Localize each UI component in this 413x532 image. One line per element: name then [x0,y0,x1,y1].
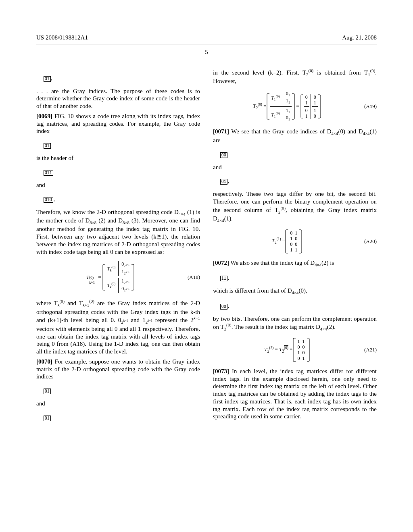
paragraph: [0069] FIG. 10 shows a code tree along w… [36,112,200,135]
page: US 2008/0198812A1 Aug. 21, 2008 5 01, . … [0,0,413,532]
paragraph: respectively. These two tags differ by o… [213,190,377,223]
paragraph: and [36,181,200,189]
header-rule [36,44,377,44]
publication-number: US 2008/0198812A1 [36,34,88,42]
paragraph: . . . are the Gray indices. The purpose … [36,87,200,110]
paragraph: by two bits. Therefore, one can perform … [213,315,377,332]
gray-code-box: 11 [220,276,227,281]
page-header: US 2008/0198812A1 Aug. 21, 2008 [36,34,377,42]
paragraph: is the header of [36,154,200,162]
paragraph: in the second level (k=2). First, T2(0) … [213,68,377,85]
gray-code-box: 00 [220,152,227,158]
equation-label: (A19) [364,103,377,110]
gray-code-box: 01 [220,179,227,185]
paragraph: where Tk(0) and Tk+1(0) are the Gray ind… [36,299,200,355]
equation-label: (A21) [364,347,377,353]
gray-code-box: 01 [44,416,51,421]
paragraph: [0071] We see that the Gray code indices… [213,128,377,144]
paragraph-ref: [0070] [36,358,52,365]
equation-label: (A20) [364,238,377,245]
publication-date: Aug. 21, 2008 [342,34,377,42]
paragraph: [0070] For example, suppose one wants to… [36,358,200,380]
equation-a18: T(0)k+1= Tk(0) 02k−112k−1 Tk(0) 12k−102 [36,261,200,293]
equation-label: (A18) [188,274,200,281]
equation-a20: T2(1) = 0 1 1 0 0 0 1 1 (A20) [213,229,377,254]
paragraph: [0072] We also see that the index tag of… [213,259,377,268]
equation-a21: T2(2) = T2(0) = 1 1 0 0 1 0 0 1 (A21) [213,338,377,362]
gray-code-box: 011 [44,170,53,176]
paragraph-ref: [0069] [36,113,52,119]
paragraph-ref: [0072] [213,260,229,266]
gray-code-box: 01 [44,389,51,394]
paragraph: Therefore, we know the 2-D orthogonal sp… [36,208,200,256]
paragraph-ref: [0071] [213,128,229,135]
page-number: 5 [36,48,377,56]
gray-code-box: 01 [44,76,51,82]
equation-a19: T2(0) = T1(0) 0111 T1(0) 1101 [213,91,377,123]
body-columns: 01, . . . are the Gray indices. The purp… [36,68,377,509]
gray-code-box: 010 [44,197,53,203]
paragraph: and [213,164,377,171]
gray-code-box: 01 [44,143,51,149]
paragraph: which is different from that of D4×4(0), [213,287,377,295]
gray-code-box: 00 [220,304,227,310]
paragraph: and [36,400,200,407]
paragraph-ref: [0073] [213,368,229,374]
paragraph: [0073] In each level, the index tag matr… [213,368,377,420]
